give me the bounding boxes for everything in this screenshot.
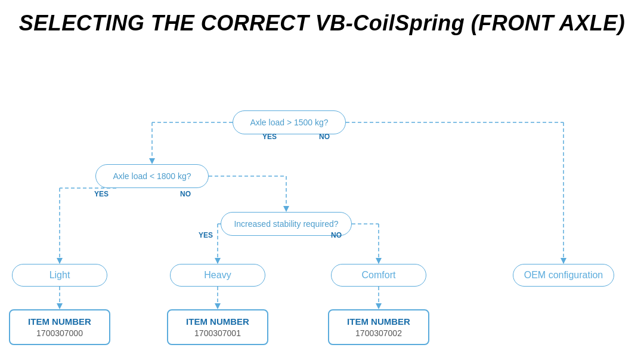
- item-box-1700307002: ITEM NUMBER 1700307002: [328, 309, 429, 345]
- svg-marker-19: [57, 303, 63, 309]
- result-oem: OEM configuration: [513, 264, 614, 287]
- result-comfort: Comfort: [331, 264, 426, 287]
- svg-marker-17: [376, 258, 382, 264]
- yn-d2-no: NO: [180, 190, 191, 198]
- diagram-area: Axle load > 1500 kg? Axle load < 1800 kg…: [0, 42, 644, 346]
- yn-d3-no: NO: [331, 231, 342, 239]
- svg-marker-21: [215, 303, 221, 309]
- page-title: SELECTING THE CORRECT VB-CoilSpring (FRO…: [0, 0, 644, 42]
- yn-d3-yes: YES: [199, 231, 213, 239]
- yn-d2-yes: YES: [94, 190, 109, 198]
- svg-marker-11: [283, 206, 289, 212]
- item-number-1: 1700307000: [36, 328, 83, 338]
- svg-marker-2: [149, 158, 155, 164]
- yn-d1-no: NO: [319, 133, 330, 141]
- item-box-1700307001: ITEM NUMBER 1700307001: [167, 309, 268, 345]
- result-light: Light: [12, 264, 107, 287]
- result-heavy: Heavy: [170, 264, 265, 287]
- svg-marker-14: [215, 258, 221, 264]
- svg-marker-5: [561, 258, 566, 264]
- item-label-2: ITEM NUMBER: [186, 316, 249, 327]
- svg-marker-23: [376, 303, 382, 309]
- item-box-1700307000: ITEM NUMBER 1700307000: [9, 309, 110, 345]
- item-number-3: 1700307002: [355, 328, 402, 338]
- item-number-2: 1700307001: [194, 328, 241, 338]
- decision-axle-1500: Axle load > 1500 kg?: [233, 110, 346, 134]
- yn-d1-yes: YES: [262, 133, 277, 141]
- decision-axle-1800: Axle load < 1800 kg?: [95, 164, 209, 188]
- item-label-3: ITEM NUMBER: [347, 316, 410, 327]
- svg-marker-8: [57, 258, 63, 264]
- item-label-1: ITEM NUMBER: [28, 316, 91, 327]
